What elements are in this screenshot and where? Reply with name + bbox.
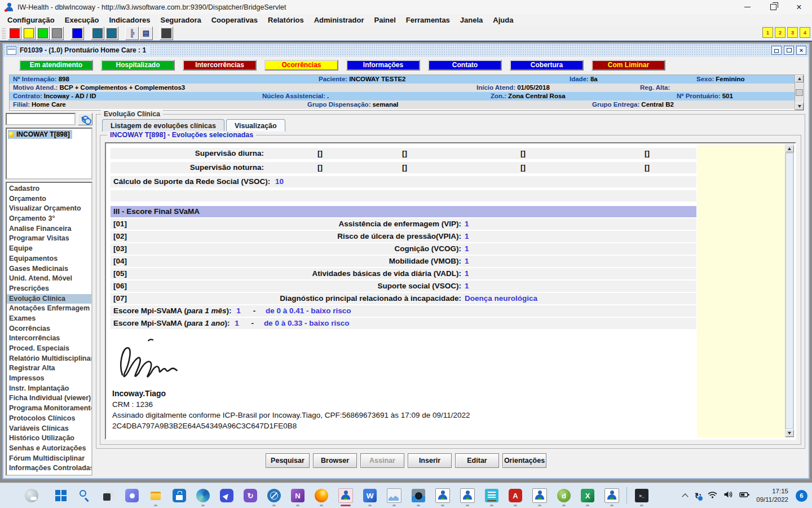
clock[interactable]: 17:15 09/11/2022 <box>756 487 788 504</box>
menubar-item[interactable]: Janela <box>455 16 488 24</box>
action-button[interactable]: Browser <box>313 453 357 468</box>
sidebar-menu-item[interactable]: Evolução Clínica <box>7 294 91 304</box>
sidebar-menu-item[interactable]: Variáveis Clínicas <box>7 424 91 434</box>
action-button[interactable]: Inserir <box>408 453 452 468</box>
scrollbar-thumb[interactable] <box>785 153 793 429</box>
sidebar-menu-item[interactable]: Instr. Implantação <box>7 384 91 394</box>
sidebar-menu-item[interactable]: Programar Visitas <box>7 234 91 244</box>
sidebar-menu-item[interactable]: Orçamento <box>7 194 91 204</box>
dreamweaver-icon[interactable]: d <box>557 489 571 502</box>
status-button[interactable]: Intercorrências <box>183 60 257 71</box>
tray-sync-icon[interactable]: ↻ <box>695 492 702 500</box>
word-icon[interactable]: W <box>363 489 377 502</box>
quick-tab-button[interactable]: 3 <box>787 27 798 38</box>
swatch-red-button[interactable] <box>8 27 21 40</box>
sidebar-menu-item[interactable]: Proced. Especiais <box>7 344 91 354</box>
status-button[interactable]: Em atendimento <box>19 60 93 71</box>
menubar-item[interactable]: Administrador <box>309 16 369 24</box>
patient-scrollbar[interactable] <box>795 75 804 110</box>
menubar-item[interactable]: Indicadores <box>104 16 156 24</box>
tab[interactable]: Visualização <box>226 119 285 132</box>
sidebar-menu-item[interactable]: Intercorrências <box>7 334 91 344</box>
monitor-eye-icon[interactable] <box>412 489 425 502</box>
sidebar-menu-item[interactable]: Exames <box>7 314 91 324</box>
menubar-item[interactable]: Painel <box>369 16 401 24</box>
menubar-item[interactable]: Execução <box>60 16 104 24</box>
acrobat-icon[interactable]: A <box>509 489 522 502</box>
sidebar-menu-item[interactable]: Programa Monitoramento <box>7 404 91 414</box>
iw-health-icon[interactable] <box>604 488 619 503</box>
edge-icon[interactable] <box>196 489 210 502</box>
status-button[interactable]: Ocorrências <box>264 60 338 71</box>
toolbar-grip[interactable] <box>2 28 6 39</box>
globe-tools-icon[interactable] <box>267 489 281 502</box>
sidebar-menu-item[interactable]: Equipamentos <box>7 254 91 264</box>
quick-tab-button[interactable]: 4 <box>800 27 810 38</box>
scroll-down-button[interactable] <box>795 103 804 110</box>
iw-health-icon[interactable] <box>532 488 547 503</box>
search-icon[interactable] <box>78 489 91 502</box>
menubar-item[interactable]: Cooperativas <box>206 16 263 24</box>
tab[interactable]: Listagem de evoluções clínicas <box>102 119 224 132</box>
action-button[interactable]: Orientações <box>502 453 546 468</box>
child-close-button[interactable]: × <box>796 46 806 55</box>
form-view-button[interactable]: ▤ <box>139 27 153 40</box>
sidebar-menu-item[interactable]: Campanha Prom. Saúde <box>7 474 91 476</box>
tray-chevron-up-icon[interactable] <box>682 492 689 499</box>
chart-viewer-icon[interactable] <box>387 488 401 503</box>
status-button[interactable]: Informações <box>346 60 420 71</box>
notepad-icon[interactable] <box>485 489 498 502</box>
menubar-item[interactable]: Seguradora <box>155 16 206 24</box>
action-button[interactable]: Pesquisar <box>266 453 310 468</box>
sidebar-menu-item[interactable]: Registrar Alta <box>7 364 91 374</box>
firefox-icon[interactable] <box>315 489 328 502</box>
battery-icon[interactable] <box>739 491 750 501</box>
file-explorer-icon[interactable] <box>149 489 162 502</box>
sidebar-menu-item[interactable]: Orçamento 3° <box>7 214 91 224</box>
swatch-yellow-button[interactable] <box>22 27 36 40</box>
sidebar-menu-item[interactable]: Prescrições <box>7 284 91 294</box>
chat-icon[interactable] <box>125 489 139 502</box>
swatch-blue-button[interactable] <box>70 27 84 40</box>
scroll-up-button[interactable] <box>785 145 794 152</box>
child-titlebar[interactable]: F01039 - (1.0) Prontuário Home Care : 1 … <box>3 44 809 57</box>
search-button[interactable] <box>78 113 92 125</box>
weather-widget-icon[interactable] <box>25 489 38 502</box>
menubar-item[interactable]: Ferramentas <box>401 16 455 24</box>
quick-tab-button[interactable]: 2 <box>775 27 785 38</box>
menubar-item[interactable]: Configuração <box>2 16 60 24</box>
iw-health-icon[interactable] <box>460 488 475 503</box>
scroll-up-button[interactable] <box>795 75 804 82</box>
menubar-item[interactable]: Relatórios <box>263 16 309 24</box>
child-minimize-button[interactable] <box>771 46 782 55</box>
sync-app-icon[interactable]: ↻ <box>244 489 257 502</box>
iw-health-icon[interactable] <box>435 488 450 503</box>
store-icon[interactable] <box>173 489 186 502</box>
onenote-icon[interactable]: N <box>291 489 304 502</box>
sidebar-menu-item[interactable]: Gases Medicinais <box>7 264 91 274</box>
tree-view-button[interactable]: ╠ <box>125 27 139 40</box>
swatch-green-button[interactable] <box>36 27 50 40</box>
close-button[interactable]: × <box>786 0 812 14</box>
action-button[interactable]: Editar <box>455 453 499 468</box>
cmd-icon[interactable]: >_ <box>635 489 648 502</box>
task-view-icon[interactable] <box>102 489 115 502</box>
sidebar-menu-item[interactable]: Impressos <box>7 374 91 384</box>
sidebar-menu-item[interactable]: Visualizar Orçamento <box>7 204 91 214</box>
content-scrollbar[interactable] <box>785 144 794 437</box>
patient-search-input[interactable] <box>6 113 76 125</box>
volume-icon[interactable] <box>723 491 733 501</box>
sidebar-menu-item[interactable]: Analise Financeira <box>7 224 91 234</box>
scroll-down-button[interactable] <box>785 430 794 437</box>
swatch-teal-button[interactable] <box>91 27 104 40</box>
sidebar-menu-item[interactable]: Ocorrências <box>7 324 91 334</box>
iw-health-active-icon[interactable] <box>338 488 353 503</box>
wifi-icon[interactable] <box>708 491 717 501</box>
restore-button[interactable] <box>760 0 786 14</box>
patient-tree-item[interactable]: INCOWAY T[898] <box>8 130 72 139</box>
excel-icon[interactable]: X <box>581 489 594 502</box>
minimize-button[interactable] <box>734 0 760 14</box>
swatch-gray-button[interactable] <box>50 27 64 40</box>
sidebar-menu-item[interactable]: Ficha Individual (viewer) <box>7 393 91 404</box>
status-button[interactable]: Contato <box>428 60 502 71</box>
